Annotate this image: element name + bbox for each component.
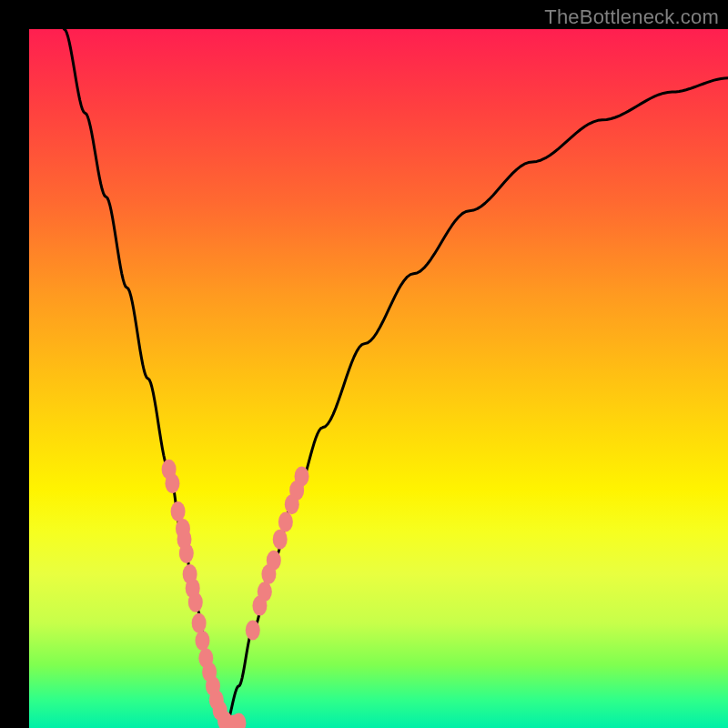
marker-dot <box>258 581 272 602</box>
marker-dot <box>195 631 209 651</box>
marker-dot <box>246 620 260 640</box>
chart-overlay <box>29 29 728 728</box>
marker-dot <box>171 501 186 521</box>
marker-dot <box>278 511 293 531</box>
chart-stage: TheBottleneck.com <box>0 0 728 728</box>
plot-area <box>29 29 728 728</box>
marker-dot <box>267 551 281 571</box>
bottleneck-curve <box>64 29 728 728</box>
marker-dot <box>179 543 194 563</box>
curve-right-branch <box>225 78 728 728</box>
data-markers <box>162 460 309 728</box>
marker-dot <box>165 473 179 493</box>
marker-dot <box>192 613 207 633</box>
marker-dot <box>295 467 309 487</box>
marker-dot <box>273 530 288 550</box>
marker-dot <box>188 592 203 612</box>
watermark-text: TheBottleneck.com <box>544 5 719 29</box>
